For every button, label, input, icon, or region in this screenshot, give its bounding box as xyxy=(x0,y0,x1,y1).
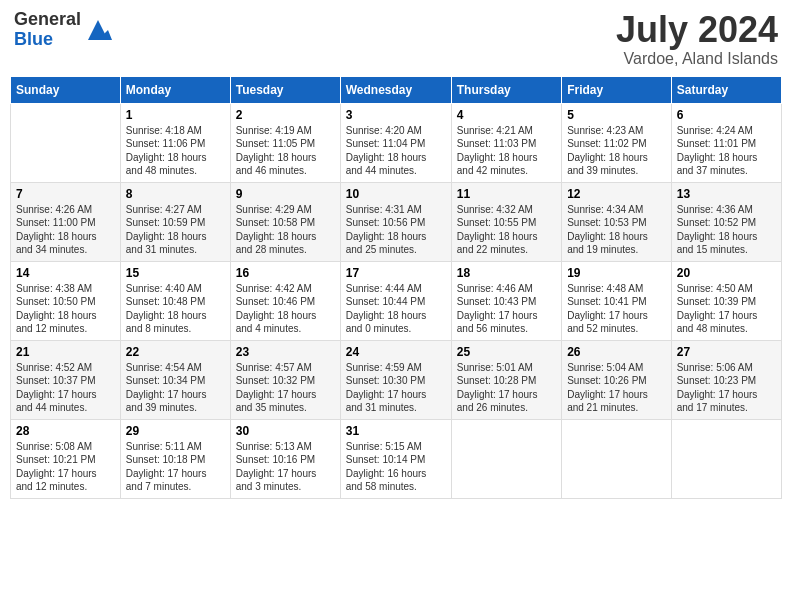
day-number: 15 xyxy=(126,266,225,280)
day-info: Sunrise: 4:19 AMSunset: 11:05 PMDaylight… xyxy=(236,124,335,178)
day-number: 20 xyxy=(677,266,776,280)
calendar-cell: 12Sunrise: 4:34 AMSunset: 10:53 PMDaylig… xyxy=(562,182,672,261)
day-number: 13 xyxy=(677,187,776,201)
logo: General Blue xyxy=(14,10,112,50)
calendar-cell: 26Sunrise: 5:04 AMSunset: 10:26 PMDaylig… xyxy=(562,340,672,419)
calendar-cell: 10Sunrise: 4:31 AMSunset: 10:56 PMDaylig… xyxy=(340,182,451,261)
calendar-cell xyxy=(671,419,781,498)
day-info: Sunrise: 4:40 AMSunset: 10:48 PMDaylight… xyxy=(126,282,225,336)
day-header-monday: Monday xyxy=(120,76,230,103)
day-number: 8 xyxy=(126,187,225,201)
day-info: Sunrise: 5:06 AMSunset: 10:23 PMDaylight… xyxy=(677,361,776,415)
page-header: General Blue July 2024 Vardoe, Aland Isl… xyxy=(10,10,782,68)
logo-icon xyxy=(84,16,112,44)
calendar-cell: 17Sunrise: 4:44 AMSunset: 10:44 PMDaylig… xyxy=(340,261,451,340)
day-info: Sunrise: 4:20 AMSunset: 11:04 PMDaylight… xyxy=(346,124,446,178)
day-number: 4 xyxy=(457,108,556,122)
calendar-cell: 27Sunrise: 5:06 AMSunset: 10:23 PMDaylig… xyxy=(671,340,781,419)
day-info: Sunrise: 5:04 AMSunset: 10:26 PMDaylight… xyxy=(567,361,666,415)
calendar-cell: 13Sunrise: 4:36 AMSunset: 10:52 PMDaylig… xyxy=(671,182,781,261)
day-number: 28 xyxy=(16,424,115,438)
day-info: Sunrise: 5:13 AMSunset: 10:16 PMDaylight… xyxy=(236,440,335,494)
calendar-week-row: 7Sunrise: 4:26 AMSunset: 11:00 PMDayligh… xyxy=(11,182,782,261)
calendar-cell: 4Sunrise: 4:21 AMSunset: 11:03 PMDayligh… xyxy=(451,103,561,182)
calendar-cell: 1Sunrise: 4:18 AMSunset: 11:06 PMDayligh… xyxy=(120,103,230,182)
day-number: 27 xyxy=(677,345,776,359)
day-number: 22 xyxy=(126,345,225,359)
day-header-wednesday: Wednesday xyxy=(340,76,451,103)
day-number: 31 xyxy=(346,424,446,438)
calendar-cell: 21Sunrise: 4:52 AMSunset: 10:37 PMDaylig… xyxy=(11,340,121,419)
day-info: Sunrise: 4:52 AMSunset: 10:37 PMDaylight… xyxy=(16,361,115,415)
day-number: 16 xyxy=(236,266,335,280)
calendar-cell: 7Sunrise: 4:26 AMSunset: 11:00 PMDayligh… xyxy=(11,182,121,261)
calendar-cell: 30Sunrise: 5:13 AMSunset: 10:16 PMDaylig… xyxy=(230,419,340,498)
day-number: 25 xyxy=(457,345,556,359)
day-info: Sunrise: 4:54 AMSunset: 10:34 PMDaylight… xyxy=(126,361,225,415)
calendar-cell: 22Sunrise: 4:54 AMSunset: 10:34 PMDaylig… xyxy=(120,340,230,419)
day-number: 3 xyxy=(346,108,446,122)
day-info: Sunrise: 4:57 AMSunset: 10:32 PMDaylight… xyxy=(236,361,335,415)
calendar-cell: 9Sunrise: 4:29 AMSunset: 10:58 PMDayligh… xyxy=(230,182,340,261)
day-info: Sunrise: 4:59 AMSunset: 10:30 PMDaylight… xyxy=(346,361,446,415)
calendar-cell: 25Sunrise: 5:01 AMSunset: 10:28 PMDaylig… xyxy=(451,340,561,419)
calendar-cell xyxy=(11,103,121,182)
day-info: Sunrise: 4:27 AMSunset: 10:59 PMDaylight… xyxy=(126,203,225,257)
calendar-week-row: 21Sunrise: 4:52 AMSunset: 10:37 PMDaylig… xyxy=(11,340,782,419)
day-info: Sunrise: 5:15 AMSunset: 10:14 PMDaylight… xyxy=(346,440,446,494)
day-number: 26 xyxy=(567,345,666,359)
day-number: 19 xyxy=(567,266,666,280)
day-number: 29 xyxy=(126,424,225,438)
day-info: Sunrise: 5:11 AMSunset: 10:18 PMDaylight… xyxy=(126,440,225,494)
day-number: 18 xyxy=(457,266,556,280)
day-number: 24 xyxy=(346,345,446,359)
calendar-cell: 28Sunrise: 5:08 AMSunset: 10:21 PMDaylig… xyxy=(11,419,121,498)
day-header-tuesday: Tuesday xyxy=(230,76,340,103)
day-info: Sunrise: 4:50 AMSunset: 10:39 PMDaylight… xyxy=(677,282,776,336)
day-info: Sunrise: 4:24 AMSunset: 11:01 PMDaylight… xyxy=(677,124,776,178)
day-info: Sunrise: 4:23 AMSunset: 11:02 PMDaylight… xyxy=(567,124,666,178)
day-header-thursday: Thursday xyxy=(451,76,561,103)
calendar-cell: 14Sunrise: 4:38 AMSunset: 10:50 PMDaylig… xyxy=(11,261,121,340)
calendar-cell xyxy=(562,419,672,498)
month-title: July 2024 xyxy=(616,10,778,50)
calendar-cell: 16Sunrise: 4:42 AMSunset: 10:46 PMDaylig… xyxy=(230,261,340,340)
day-number: 12 xyxy=(567,187,666,201)
calendar-cell: 15Sunrise: 4:40 AMSunset: 10:48 PMDaylig… xyxy=(120,261,230,340)
day-info: Sunrise: 4:36 AMSunset: 10:52 PMDaylight… xyxy=(677,203,776,257)
calendar-cell: 8Sunrise: 4:27 AMSunset: 10:59 PMDayligh… xyxy=(120,182,230,261)
day-header-friday: Friday xyxy=(562,76,672,103)
calendar-week-row: 28Sunrise: 5:08 AMSunset: 10:21 PMDaylig… xyxy=(11,419,782,498)
calendar-cell: 5Sunrise: 4:23 AMSunset: 11:02 PMDayligh… xyxy=(562,103,672,182)
calendar-cell: 31Sunrise: 5:15 AMSunset: 10:14 PMDaylig… xyxy=(340,419,451,498)
day-info: Sunrise: 4:21 AMSunset: 11:03 PMDaylight… xyxy=(457,124,556,178)
day-number: 21 xyxy=(16,345,115,359)
day-info: Sunrise: 4:46 AMSunset: 10:43 PMDaylight… xyxy=(457,282,556,336)
calendar-cell: 6Sunrise: 4:24 AMSunset: 11:01 PMDayligh… xyxy=(671,103,781,182)
day-info: Sunrise: 4:29 AMSunset: 10:58 PMDaylight… xyxy=(236,203,335,257)
day-info: Sunrise: 4:44 AMSunset: 10:44 PMDaylight… xyxy=(346,282,446,336)
logo-blue: Blue xyxy=(14,30,81,50)
calendar-cell: 3Sunrise: 4:20 AMSunset: 11:04 PMDayligh… xyxy=(340,103,451,182)
calendar-cell: 23Sunrise: 4:57 AMSunset: 10:32 PMDaylig… xyxy=(230,340,340,419)
calendar-cell: 2Sunrise: 4:19 AMSunset: 11:05 PMDayligh… xyxy=(230,103,340,182)
title-area: July 2024 Vardoe, Aland Islands xyxy=(616,10,778,68)
day-number: 30 xyxy=(236,424,335,438)
day-info: Sunrise: 5:08 AMSunset: 10:21 PMDaylight… xyxy=(16,440,115,494)
day-info: Sunrise: 4:32 AMSunset: 10:55 PMDaylight… xyxy=(457,203,556,257)
day-number: 14 xyxy=(16,266,115,280)
day-number: 23 xyxy=(236,345,335,359)
day-number: 11 xyxy=(457,187,556,201)
calendar-table: SundayMondayTuesdayWednesdayThursdayFrid… xyxy=(10,76,782,499)
day-info: Sunrise: 5:01 AMSunset: 10:28 PMDaylight… xyxy=(457,361,556,415)
day-info: Sunrise: 4:31 AMSunset: 10:56 PMDaylight… xyxy=(346,203,446,257)
calendar-cell: 18Sunrise: 4:46 AMSunset: 10:43 PMDaylig… xyxy=(451,261,561,340)
day-header-saturday: Saturday xyxy=(671,76,781,103)
day-number: 2 xyxy=(236,108,335,122)
day-number: 1 xyxy=(126,108,225,122)
calendar-cell: 20Sunrise: 4:50 AMSunset: 10:39 PMDaylig… xyxy=(671,261,781,340)
calendar-cell: 29Sunrise: 5:11 AMSunset: 10:18 PMDaylig… xyxy=(120,419,230,498)
logo-text: General Blue xyxy=(14,10,81,50)
calendar-cell: 19Sunrise: 4:48 AMSunset: 10:41 PMDaylig… xyxy=(562,261,672,340)
calendar-cell: 24Sunrise: 4:59 AMSunset: 10:30 PMDaylig… xyxy=(340,340,451,419)
